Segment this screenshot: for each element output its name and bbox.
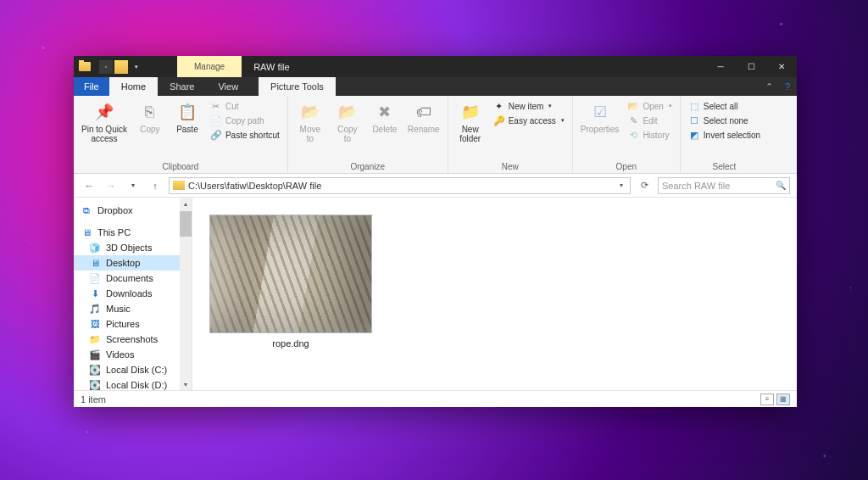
edit-button[interactable]: ✎Edit [625, 114, 674, 127]
moveto-icon: 📂 [299, 101, 321, 123]
copy-to-button[interactable]: 📂Copy to [331, 99, 364, 145]
tab-home[interactable]: Home [109, 77, 158, 96]
recent-locations-button[interactable]: ▾ [125, 177, 142, 194]
file-name-label: rope.dng [272, 338, 309, 349]
ribbon: 📌 Pin to Quick access ⎘ Copy 📋 Paste ✂Cu… [74, 96, 797, 174]
sidebar-item-screenshots[interactable]: 📁Screenshots [74, 332, 192, 347]
forward-button[interactable]: → [103, 177, 120, 194]
select-all-icon: ⬚ [688, 100, 700, 112]
properties-button[interactable]: ☑Properties [578, 99, 622, 136]
paste-shortcut-button[interactable]: 🔗Paste shortcut [208, 128, 282, 142]
file-thumbnail [209, 215, 372, 333]
delete-button[interactable]: ✖Delete [368, 99, 402, 136]
folder-icon: 🖥 [89, 257, 101, 269]
sidebar-item-pictures[interactable]: 🖼Pictures [74, 316, 192, 332]
select-all-button[interactable]: ⬚Select all [686, 99, 763, 113]
folder-icon: 📄 [89, 272, 101, 284]
pin-to-quick-access-button[interactable]: 📌 Pin to Quick access [79, 99, 130, 145]
sidebar-item-label: 3D Objects [106, 243, 152, 253]
cut-button[interactable]: ✂Cut [208, 99, 282, 113]
history-icon: ⟲ [627, 129, 639, 141]
copy-button[interactable]: ⎘ Copy [133, 99, 167, 136]
sidebar-item-documents[interactable]: 📄Documents [74, 271, 192, 286]
close-button[interactable]: ✕ [766, 56, 797, 77]
edit-icon: ✎ [627, 114, 639, 126]
history-button[interactable]: ⟲History [625, 128, 674, 142]
move-to-button[interactable]: 📂Move to [293, 99, 327, 145]
sidebar-item-videos[interactable]: 🎬Videos [74, 347, 192, 362]
tab-file[interactable]: File [74, 77, 109, 96]
pin-icon: 📌 [93, 101, 115, 123]
invert-icon: ◩ [688, 129, 700, 141]
sidebar-item-local-disk-c-[interactable]: 💽Local Disk (C:) [74, 362, 192, 377]
shortcut-icon: 🔗 [210, 129, 222, 141]
sidebar-item-desktop[interactable]: 🖥Desktop [74, 255, 192, 271]
sidebar-item-downloads[interactable]: ⬇Downloads [74, 286, 192, 301]
easy-access-icon: 🔑 [493, 114, 505, 126]
sidebar-item-label: Downloads [106, 288, 152, 299]
copyto-icon: 📂 [337, 101, 359, 123]
sidebar-item-label: Desktop [106, 258, 140, 268]
open-icon: 📂 [627, 100, 639, 112]
scroll-up-button[interactable]: ▲ [180, 198, 192, 209]
sidebar-item-label: Documents [106, 273, 153, 283]
folder-icon: 🧊 [89, 242, 101, 254]
sidebar-item-3d-objects[interactable]: 🧊3D Objects [74, 240, 192, 255]
cut-icon: ✂ [210, 100, 222, 112]
invert-selection-button[interactable]: ◩Invert selection [686, 128, 763, 142]
delete-icon: ✖ [374, 101, 396, 123]
new-item-button[interactable]: ✦New item▾ [491, 99, 567, 113]
help-button[interactable]: ? [778, 77, 797, 96]
file-list-pane[interactable]: rope.dng [192, 198, 797, 390]
address-path-text: C:\Users\fatiw\Desktop\RAW file [188, 181, 321, 191]
tab-view[interactable]: View [206, 77, 250, 96]
sidebar-item-dropbox[interactable]: ⧉Dropbox [74, 203, 192, 218]
window-title: RAW file [242, 62, 301, 72]
folder-icon: 💽 [89, 364, 101, 376]
sidebar-item-local-disk-d-[interactable]: 💽Local Disk (D:) [74, 377, 192, 390]
scrollbar-thumb[interactable] [180, 211, 192, 237]
status-bar: 1 item ≡ ▦ [74, 390, 797, 407]
properties-icon: ☑ [589, 101, 611, 123]
body: ⧉Dropbox 🖥This PC 🧊3D Objects🖥Desktop📄Do… [74, 198, 797, 390]
rename-button[interactable]: 🏷Rename [405, 99, 442, 136]
chevron-down-icon: ▾ [669, 103, 672, 109]
maximize-button[interactable]: ☐ [736, 56, 766, 77]
rename-icon: 🏷 [413, 101, 435, 123]
open-button[interactable]: 📂Open▾ [625, 99, 674, 113]
folder-icon: 🖼 [89, 318, 101, 330]
select-none-button[interactable]: ☐Select none [686, 114, 763, 127]
contextual-tab-header: Manage [177, 56, 242, 77]
minimize-button[interactable]: ─ [705, 56, 736, 77]
easy-access-button[interactable]: 🔑Easy access▾ [491, 114, 567, 127]
ribbon-collapse-button[interactable]: ⌃ [760, 77, 778, 96]
paste-button[interactable]: 📋 Paste [170, 99, 204, 136]
sidebar-item-label: Music [106, 304, 131, 314]
titlebar: ▫ ▾ Manage RAW file ─ ☐ ✕ [74, 56, 797, 77]
qat-dropdown[interactable]: ▾ [130, 60, 143, 74]
tab-share[interactable]: Share [158, 77, 206, 96]
details-view-button[interactable]: ≡ [760, 393, 774, 405]
group-label: Open [578, 160, 675, 171]
new-folder-button[interactable]: 📁New folder [453, 99, 487, 145]
sidebar-scrollbar[interactable]: ▲ ▼ [180, 198, 192, 390]
group-label: Organize [293, 160, 442, 171]
copy-path-button[interactable]: 📄Copy path [208, 114, 282, 127]
copy-icon: ⎘ [139, 101, 161, 123]
qat-item-2[interactable] [114, 60, 128, 74]
folder-icon: 💽 [89, 379, 101, 390]
back-button[interactable]: ← [81, 177, 97, 194]
tab-picture-tools[interactable]: Picture Tools [259, 77, 336, 96]
search-placeholder: Search RAW file [662, 181, 730, 191]
scroll-down-button[interactable]: ▼ [180, 378, 192, 390]
file-item[interactable]: rope.dng [209, 215, 372, 349]
qat-item-1[interactable]: ▫ [99, 60, 113, 74]
up-button[interactable]: ↑ [147, 177, 164, 194]
refresh-button[interactable]: ⟳ [636, 180, 653, 191]
chevron-down-icon[interactable]: ▾ [616, 181, 626, 189]
sidebar-item-this-pc[interactable]: 🖥This PC [74, 225, 192, 240]
sidebar-item-music[interactable]: 🎵Music [74, 301, 192, 316]
search-box[interactable]: Search RAW file 🔍 [658, 177, 790, 194]
address-bar[interactable]: C:\Users\fatiw\Desktop\RAW file ▾ [169, 177, 631, 194]
thumbnails-view-button[interactable]: ▦ [776, 393, 790, 405]
